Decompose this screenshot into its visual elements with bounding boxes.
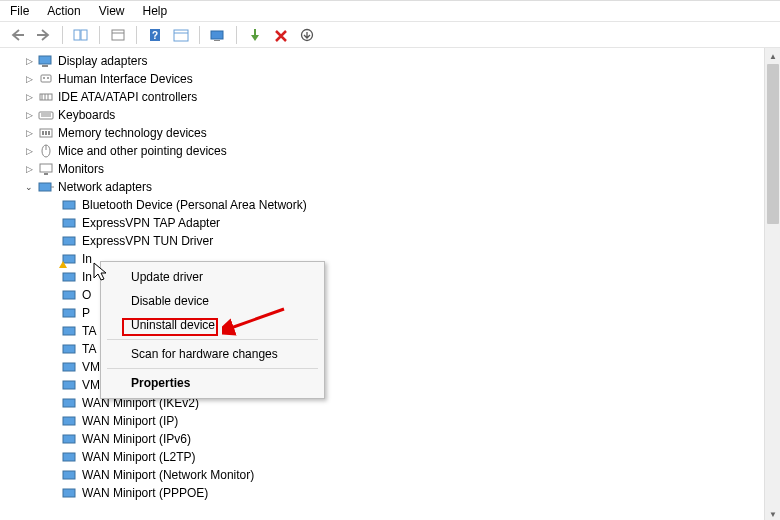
enable-device-button[interactable] — [245, 25, 265, 45]
context-separator — [107, 368, 318, 369]
context-scan-hardware[interactable]: Scan for hardware changes — [103, 342, 322, 366]
ide-icon — [38, 90, 54, 104]
category-label: IDE ATA/ATAPI controllers — [58, 90, 197, 104]
expand-icon[interactable]: ▷ — [24, 146, 34, 156]
device-bluetooth-pan[interactable]: Bluetooth Device (Personal Area Network) — [62, 196, 780, 214]
hid-icon — [38, 72, 54, 86]
show-hide-tree-button[interactable] — [71, 25, 91, 45]
svg-point-16 — [47, 77, 49, 79]
category-monitors[interactable]: ▷ Monitors — [20, 160, 780, 178]
device-wan-netmon[interactable]: WAN Miniport (Network Monitor) — [62, 466, 780, 484]
category-label: Memory technology devices — [58, 126, 207, 140]
scroll-down-arrow-icon[interactable]: ▼ — [765, 506, 780, 520]
forward-button[interactable] — [34, 25, 54, 45]
category-label: Mice and other pointing devices — [58, 144, 227, 158]
menu-view[interactable]: View — [99, 4, 125, 18]
svg-rect-44 — [63, 381, 75, 389]
memory-icon — [38, 126, 54, 140]
uninstall-device-button[interactable] — [297, 25, 317, 45]
back-button[interactable] — [8, 25, 28, 45]
network-device-icon — [62, 324, 78, 338]
disable-device-button[interactable] — [271, 25, 291, 45]
context-properties[interactable]: Properties — [103, 371, 322, 395]
scroll-up-arrow-icon[interactable]: ▲ — [765, 48, 780, 64]
expand-icon[interactable]: ▷ — [24, 128, 34, 138]
vertical-scrollbar[interactable]: ▲ ▼ — [764, 48, 780, 520]
network-device-icon — [62, 198, 78, 212]
context-menu: Update driver Disable device Uninstall d… — [100, 261, 325, 399]
device-expressvpn-tap[interactable]: ExpressVPN TAP Adapter — [62, 214, 780, 232]
help-button[interactable]: ? — [145, 25, 165, 45]
svg-rect-41 — [63, 327, 75, 335]
svg-rect-48 — [63, 453, 75, 461]
category-label: Monitors — [58, 162, 104, 176]
device-label: ExpressVPN TAP Adapter — [82, 216, 220, 230]
warning-badge-icon — [59, 261, 67, 268]
expand-icon[interactable]: ▷ — [24, 92, 34, 102]
menu-file[interactable]: File — [10, 4, 29, 18]
context-uninstall-device[interactable]: Uninstall device — [103, 313, 322, 337]
svg-rect-30 — [40, 164, 52, 172]
properties-button[interactable] — [108, 25, 128, 45]
network-device-icon — [62, 342, 78, 356]
device-label: WAN Miniport (Network Monitor) — [82, 468, 254, 482]
category-network-adapters[interactable]: ⌄ Network adapters — [20, 178, 780, 196]
network-device-icon — [62, 414, 78, 428]
collapse-icon[interactable]: ⌄ — [24, 182, 34, 192]
device-label: WAN Miniport (IP) — [82, 414, 178, 428]
menu-action[interactable]: Action — [47, 4, 80, 18]
context-disable-device[interactable]: Disable device — [103, 289, 322, 313]
category-hid[interactable]: ▷ Human Interface Devices — [20, 70, 780, 88]
expand-icon[interactable]: ▷ — [24, 56, 34, 66]
svg-rect-31 — [44, 173, 48, 175]
menu-help[interactable]: Help — [143, 4, 168, 18]
device-label: P — [82, 306, 90, 320]
svg-rect-6 — [174, 30, 188, 41]
category-mice[interactable]: ▷ Mice and other pointing devices — [20, 142, 780, 160]
toolbar-separator — [199, 26, 200, 44]
context-separator — [107, 339, 318, 340]
calendar-icon[interactable] — [171, 25, 191, 45]
scroll-thumb[interactable] — [767, 64, 779, 224]
svg-rect-47 — [63, 435, 75, 443]
category-memtech[interactable]: ▷ Memory technology devices — [20, 124, 780, 142]
device-expressvpn-tun[interactable]: ExpressVPN TUN Driver — [62, 232, 780, 250]
svg-rect-13 — [42, 65, 48, 67]
mouse-icon — [38, 144, 54, 158]
network-device-icon — [62, 234, 78, 248]
expand-icon[interactable]: ▷ — [24, 110, 34, 120]
category-display-adapters[interactable]: ▷ Display adapters — [20, 52, 780, 70]
svg-rect-32 — [39, 183, 51, 191]
device-wan-l2tp[interactable]: WAN Miniport (L2TP) — [62, 448, 780, 466]
svg-rect-10 — [254, 29, 256, 35]
device-label: WAN Miniport (L2TP) — [82, 450, 196, 464]
svg-rect-38 — [63, 273, 75, 281]
svg-rect-49 — [63, 471, 75, 479]
svg-rect-42 — [63, 345, 75, 353]
category-keyboards[interactable]: ▷ Keyboards — [20, 106, 780, 124]
device-wan-pppoe[interactable]: WAN Miniport (PPPOE) — [62, 484, 780, 502]
monitor-icon — [38, 162, 54, 176]
expand-icon[interactable]: ▷ — [24, 164, 34, 174]
menubar: File Action View Help — [0, 1, 780, 22]
svg-rect-25 — [42, 131, 44, 135]
category-ide[interactable]: ▷ IDE ATA/ATAPI controllers — [20, 88, 780, 106]
svg-rect-14 — [41, 75, 51, 82]
category-label: Network adapters — [58, 180, 152, 194]
svg-rect-12 — [39, 56, 51, 64]
svg-rect-26 — [45, 131, 47, 135]
context-update-driver[interactable]: Update driver — [103, 265, 322, 289]
svg-rect-43 — [63, 363, 75, 371]
scan-hardware-button[interactable] — [208, 25, 228, 45]
network-device-icon — [62, 252, 78, 266]
network-device-icon — [62, 468, 78, 482]
device-label: O — [82, 288, 91, 302]
device-wan-ipv6[interactable]: WAN Miniport (IPv6) — [62, 430, 780, 448]
device-wan-ip[interactable]: WAN Miniport (IP) — [62, 412, 780, 430]
toolbar-separator — [62, 26, 63, 44]
expand-icon[interactable]: ▷ — [24, 74, 34, 84]
keyboard-icon — [38, 108, 54, 122]
display-adapter-icon — [38, 54, 54, 68]
svg-rect-46 — [63, 417, 75, 425]
toolbar-separator — [99, 26, 100, 44]
